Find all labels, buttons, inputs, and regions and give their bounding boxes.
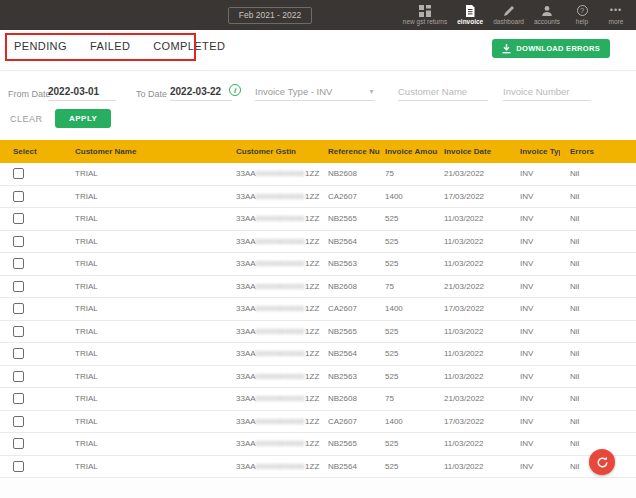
cell-customer-gstin: 33AA00000000001ZZ <box>224 192 321 201</box>
nav-label: more <box>609 18 624 25</box>
row-select-checkbox[interactable] <box>13 168 24 179</box>
cell-customer-name: TRIAL <box>62 372 224 381</box>
person-icon <box>541 4 553 17</box>
row-select-checkbox[interactable] <box>13 303 24 314</box>
row-select-checkbox[interactable] <box>13 393 24 404</box>
cell-errors: Nil <box>560 214 636 223</box>
nav-item-accounts[interactable]: accounts <box>529 2 565 25</box>
nav-item-einvoice[interactable]: einvoice <box>452 2 488 25</box>
row-select-checkbox[interactable] <box>13 191 24 202</box>
nav-item-help[interactable]: ? help <box>565 2 599 25</box>
table-row: TRIAL 33AA00000000001ZZ NB2565 525 11/03… <box>0 321 636 344</box>
cell-reference-number: NB2565 <box>321 327 380 336</box>
cell-invoice-amount: 1400 <box>380 417 438 426</box>
cell-invoice-type: INV <box>513 349 560 358</box>
nav-item-dashboard[interactable]: dashboard <box>488 2 529 25</box>
cell-customer-gstin: 33AA00000000001ZZ <box>224 417 321 426</box>
cell-invoice-date: 17/03/2022 <box>438 417 513 426</box>
return-period-selector[interactable]: Feb 2021 - 2022 <box>228 7 312 24</box>
cell-customer-name: TRIAL <box>62 439 224 448</box>
cell-customer-name: TRIAL <box>62 282 224 291</box>
col-header-invoice-type: Invoice Type <box>513 147 560 156</box>
customer-name-input[interactable] <box>398 83 488 101</box>
cell-errors: Nil <box>560 372 636 381</box>
cell-reference-number: CA2607 <box>321 192 380 201</box>
to-date-label: To Date <box>136 89 167 99</box>
cell-customer-gstin: 33AA00000000001ZZ <box>224 349 321 358</box>
nav-label: accounts <box>534 18 560 25</box>
cell-invoice-amount: 525 <box>380 214 438 223</box>
table-row: TRIAL 33AA00000000001ZZ NB2565 525 11/03… <box>0 433 636 456</box>
cell-invoice-date: 11/03/2022 <box>438 327 513 336</box>
nav-label: new gst returns <box>403 18 447 25</box>
refresh-fab-button[interactable] <box>589 449 615 475</box>
cell-invoice-amount: 75 <box>380 282 438 291</box>
cell-reference-number: NB2565 <box>321 214 380 223</box>
row-select-checkbox[interactable] <box>13 281 24 292</box>
col-header-errors: Errors <box>560 147 636 156</box>
row-select-checkbox[interactable] <box>13 371 24 382</box>
cell-errors: Nil <box>560 282 636 291</box>
table-row: TRIAL 33AA00000000001ZZ NB2564 525 11/03… <box>0 456 636 479</box>
table-row: TRIAL 33AA00000000001ZZ NB2563 525 11/03… <box>0 253 636 276</box>
download-errors-button[interactable]: DOWNLOAD ERRORS <box>492 39 610 58</box>
nav-item-more[interactable]: ••• more <box>599 2 633 25</box>
clear-button[interactable]: CLEAR <box>10 114 43 124</box>
table-row: TRIAL 33AA00000000001ZZ NB2608 75 21/03/… <box>0 388 636 411</box>
cell-reference-number: NB2564 <box>321 462 380 471</box>
filter-panel: From Date To Date i Invoice Type - INV ▼… <box>0 71 636 140</box>
cell-invoice-date: 11/03/2022 <box>438 237 513 246</box>
nav-item-new-gst-returns[interactable]: new gst returns <box>398 2 452 25</box>
row-select-checkbox[interactable] <box>13 213 24 224</box>
row-select-checkbox[interactable] <box>13 438 24 449</box>
cell-customer-name: TRIAL <box>62 192 224 201</box>
invoice-number-input[interactable] <box>503 83 591 101</box>
tab-completed[interactable]: COMPLETED <box>153 40 225 52</box>
tab-failed[interactable]: FAILED <box>90 40 130 52</box>
row-select-checkbox[interactable] <box>13 326 24 337</box>
row-select-checkbox[interactable] <box>13 236 24 247</box>
tab-pending[interactable]: PENDING <box>14 40 67 52</box>
document-icon <box>465 4 475 17</box>
cell-reference-number: NB2608 <box>321 282 380 291</box>
row-select-checkbox[interactable] <box>13 258 24 269</box>
table-row: TRIAL 33AA00000000001ZZ NB2564 525 11/03… <box>0 231 636 254</box>
cell-invoice-amount: 525 <box>380 439 438 448</box>
table-row: TRIAL 33AA00000000001ZZ NB2608 75 21/03/… <box>0 163 636 186</box>
cell-invoice-date: 11/03/2022 <box>438 349 513 358</box>
to-date-input[interactable] <box>170 83 232 101</box>
cell-invoice-type: INV <box>513 394 560 403</box>
invoice-type-select[interactable]: Invoice Type - INV ▼ <box>255 83 375 101</box>
refresh-icon <box>596 456 609 469</box>
table-row: TRIAL 33AA00000000001ZZ CA2607 1400 17/0… <box>0 411 636 434</box>
einvoice-table: Select Customer Name Customer Gstin Refe… <box>0 140 636 478</box>
cell-errors: Nil <box>560 439 636 448</box>
row-select-checkbox[interactable] <box>13 416 24 427</box>
from-date-input[interactable] <box>48 83 116 101</box>
cell-reference-number: NB2563 <box>321 372 380 381</box>
table-row: TRIAL 33AA00000000001ZZ CA2607 1400 17/0… <box>0 186 636 209</box>
cell-invoice-type: INV <box>513 462 560 471</box>
cell-errors: Nil <box>560 259 636 268</box>
cell-errors: Nil <box>560 304 636 313</box>
cell-customer-gstin: 33AA00000000001ZZ <box>224 462 321 471</box>
cell-invoice-type: INV <box>513 417 560 426</box>
cell-customer-gstin: 33AA00000000001ZZ <box>224 282 321 291</box>
cell-customer-name: TRIAL <box>62 169 224 178</box>
cell-invoice-date: 11/03/2022 <box>438 259 513 268</box>
pencil-icon <box>503 4 515 17</box>
info-icon[interactable]: i <box>229 84 241 96</box>
row-select-checkbox[interactable] <box>13 348 24 359</box>
cell-invoice-amount: 75 <box>380 394 438 403</box>
cell-customer-gstin: 33AA00000000001ZZ <box>224 439 321 448</box>
cell-invoice-date: 17/03/2022 <box>438 192 513 201</box>
row-select-checkbox[interactable] <box>13 461 24 472</box>
cell-customer-name: TRIAL <box>62 417 224 426</box>
nav-label: dashboard <box>493 18 524 25</box>
table-row: TRIAL 33AA00000000001ZZ CA2607 1400 17/0… <box>0 298 636 321</box>
cell-invoice-type: INV <box>513 214 560 223</box>
apply-button[interactable]: APPLY <box>55 109 111 128</box>
cell-invoice-amount: 1400 <box>380 304 438 313</box>
cell-errors: Nil <box>560 417 636 426</box>
col-header-invoice-date: Invoice Date <box>438 147 513 156</box>
